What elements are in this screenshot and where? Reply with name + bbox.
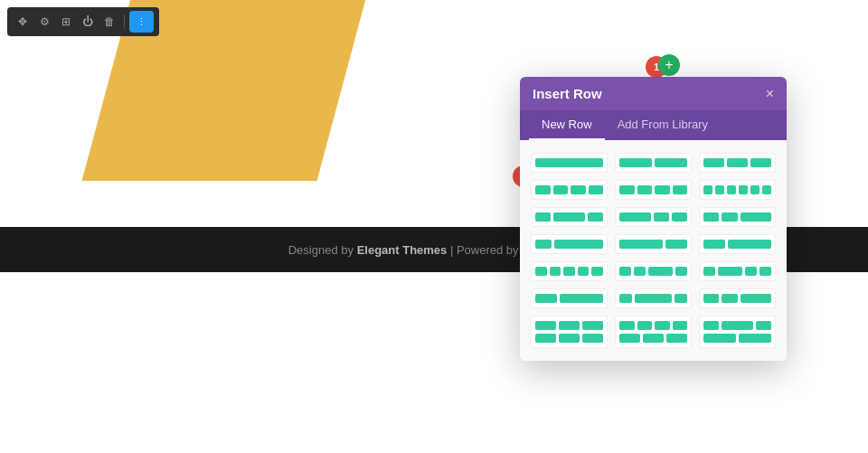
col-bar <box>553 185 569 194</box>
layout-1col[interactable] <box>531 153 608 173</box>
layout-row <box>535 185 603 194</box>
layout-row <box>619 158 687 167</box>
layout-row <box>619 185 687 194</box>
layout-3col-bot[interactable] <box>699 316 776 348</box>
col-bar <box>535 267 547 276</box>
layout-1-1-2-var[interactable] <box>699 288 776 308</box>
col-bar <box>619 158 652 167</box>
col-bar <box>637 185 653 194</box>
col-bar <box>756 321 771 330</box>
col-bar <box>619 185 635 194</box>
tab-add-from-library[interactable]: Add From Library <box>605 110 721 140</box>
col-bar <box>535 185 551 194</box>
row-layouts-grid <box>520 140 787 361</box>
layout-4col-v2[interactable] <box>615 180 692 200</box>
layout-row <box>535 212 603 222</box>
col-bar <box>654 212 669 222</box>
col-bar <box>619 334 640 343</box>
layout-row <box>619 321 687 330</box>
layout-2col[interactable] <box>615 153 692 173</box>
layout-2-1-1[interactable] <box>615 207 692 227</box>
menu-icon[interactable]: ⋮ <box>129 11 154 33</box>
col-bar <box>634 267 646 276</box>
col-bar <box>703 267 715 276</box>
layout-row <box>703 321 771 330</box>
layout-6col[interactable] <box>699 180 776 200</box>
layout-1-1-2-1[interactable] <box>699 261 776 281</box>
col-bar <box>666 334 687 343</box>
col-bar <box>760 267 771 276</box>
col-bar <box>715 185 724 194</box>
layout-3col[interactable] <box>699 153 776 173</box>
layout-row <box>619 334 687 343</box>
layout-row <box>535 240 603 249</box>
layout-1-3-1[interactable] <box>615 288 692 308</box>
layout-row <box>619 240 687 249</box>
col-bar <box>722 321 753 330</box>
col-bar <box>619 294 632 303</box>
move-icon[interactable]: ✥ <box>13 12 33 32</box>
col-bar <box>655 321 670 330</box>
layout-4col[interactable] <box>531 180 608 200</box>
layout-row <box>535 267 603 276</box>
col-bar <box>750 158 771 167</box>
col-bar <box>745 267 757 276</box>
layout-row <box>703 267 771 276</box>
layout-4col-bot[interactable] <box>615 316 692 348</box>
col-bar <box>619 321 635 330</box>
col-bar <box>728 240 771 249</box>
layout-1-2-1-1[interactable] <box>615 261 692 281</box>
col-bar <box>673 321 688 330</box>
delete-icon[interactable]: 🗑 <box>99 12 119 32</box>
layout-row <box>535 321 603 330</box>
col-bar <box>554 240 603 249</box>
col-bar <box>559 321 580 330</box>
layout-2-col-asym[interactable] <box>531 316 608 348</box>
insert-row-modal: Insert Row × New Row Add From Library <box>520 77 787 361</box>
col-bar <box>727 185 736 194</box>
col-bar <box>655 185 670 194</box>
power-icon[interactable]: ⏻ <box>78 12 98 32</box>
col-bar <box>665 240 687 249</box>
modal-close-button[interactable]: × <box>766 87 774 101</box>
layout-2-1[interactable] <box>615 234 692 254</box>
layout-row <box>619 267 687 276</box>
layout-1-2[interactable] <box>699 234 776 254</box>
add-row-button[interactable]: + <box>658 54 680 76</box>
layout-icon[interactable]: ⊞ <box>56 12 76 32</box>
layout-row <box>703 240 771 249</box>
col-bar <box>703 334 736 343</box>
col-bar <box>535 158 603 167</box>
col-bar <box>703 321 719 330</box>
layout-1-3[interactable] <box>531 234 608 254</box>
col-bar <box>722 294 737 303</box>
layout-5col[interactable] <box>531 261 608 281</box>
col-bar <box>589 185 604 194</box>
col-bar <box>703 185 712 194</box>
col-bar <box>535 294 557 303</box>
col-bar <box>559 334 580 343</box>
col-bar <box>672 212 687 222</box>
col-bar <box>703 294 719 303</box>
settings-icon[interactable]: ⚙ <box>34 12 54 32</box>
col-bar <box>578 267 590 276</box>
col-bar <box>535 212 551 222</box>
col-bar <box>741 294 772 303</box>
layout-1-1-2[interactable] <box>699 207 776 227</box>
plus-icon: + <box>665 57 673 73</box>
col-bar <box>741 212 772 222</box>
tab-new-row[interactable]: New Row <box>529 110 605 140</box>
tab-library-label: Add From Library <box>618 118 708 131</box>
layout-1-2-1[interactable] <box>531 207 608 227</box>
layout-row <box>535 158 603 167</box>
col-bar <box>727 158 748 167</box>
layout-row <box>703 294 771 303</box>
col-bar <box>553 212 585 222</box>
col-bar <box>643 334 664 343</box>
layout-row <box>535 294 603 303</box>
col-bar <box>571 185 586 194</box>
modal-title: Insert Row <box>533 86 602 101</box>
layout-row <box>703 185 771 194</box>
layout-1-2-var[interactable] <box>531 288 608 308</box>
col-bar <box>673 185 688 194</box>
